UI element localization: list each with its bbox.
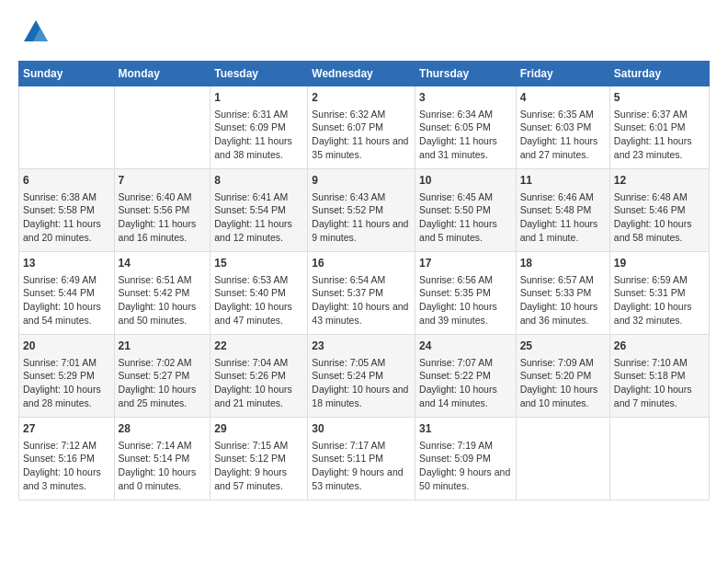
day-info: Sunrise: 7:01 AM Sunset: 5:29 PM Dayligh…: [23, 356, 110, 410]
day-info: Sunrise: 6:59 AM Sunset: 5:31 PM Dayligh…: [614, 273, 705, 327]
day-number: 5: [614, 90, 705, 106]
calendar-cell: 10Sunrise: 6:45 AM Sunset: 5:50 PM Dayli…: [415, 169, 517, 252]
day-number: 3: [419, 90, 512, 106]
day-info: Sunrise: 6:48 AM Sunset: 5:46 PM Dayligh…: [614, 190, 705, 245]
day-info: Sunrise: 7:09 AM Sunset: 5:20 PM Dayligh…: [520, 356, 606, 410]
day-info: Sunrise: 6:40 AM Sunset: 5:56 PM Dayligh…: [119, 190, 207, 245]
day-info: Sunrise: 6:57 AM Sunset: 5:33 PM Dayligh…: [520, 273, 606, 327]
day-number: 17: [419, 256, 512, 271]
day-number: 10: [419, 173, 512, 189]
day-info: Sunrise: 7:15 AM Sunset: 5:12 PM Dayligh…: [214, 439, 303, 493]
logo: [18, 18, 50, 46]
calendar-cell: [114, 86, 210, 169]
day-number: 6: [23, 173, 110, 189]
calendar-week-row: 27Sunrise: 7:12 AM Sunset: 5:16 PM Dayli…: [19, 418, 710, 500]
calendar-cell: 17Sunrise: 6:56 AM Sunset: 5:35 PM Dayli…: [415, 252, 517, 335]
calendar-cell: 4Sunrise: 6:35 AM Sunset: 6:03 PM Daylig…: [516, 86, 609, 169]
calendar-cell: 25Sunrise: 7:09 AM Sunset: 5:20 PM Dayli…: [516, 335, 609, 418]
day-info: Sunrise: 6:32 AM Sunset: 6:07 PM Dayligh…: [312, 108, 411, 162]
day-number: 13: [23, 256, 110, 271]
weekday-header-saturday: Saturday: [609, 62, 709, 86]
calendar-cell: 29Sunrise: 7:15 AM Sunset: 5:12 PM Dayli…: [210, 418, 308, 500]
calendar-week-row: 1Sunrise: 6:31 AM Sunset: 6:09 PM Daylig…: [19, 86, 710, 169]
day-number: 11: [520, 173, 606, 189]
day-number: 24: [419, 339, 512, 354]
day-info: Sunrise: 7:12 AM Sunset: 5:16 PM Dayligh…: [23, 439, 110, 493]
calendar-cell: 27Sunrise: 7:12 AM Sunset: 5:16 PM Dayli…: [19, 418, 115, 500]
day-info: Sunrise: 6:34 AM Sunset: 6:05 PM Dayligh…: [419, 108, 512, 162]
day-info: Sunrise: 6:38 AM Sunset: 5:58 PM Dayligh…: [23, 190, 110, 245]
calendar-cell: 26Sunrise: 7:10 AM Sunset: 5:18 PM Dayli…: [609, 335, 709, 418]
calendar-cell: 18Sunrise: 6:57 AM Sunset: 5:33 PM Dayli…: [516, 252, 609, 335]
day-info: Sunrise: 6:37 AM Sunset: 6:01 PM Dayligh…: [614, 108, 705, 162]
day-number: 31: [419, 421, 512, 437]
day-number: 23: [312, 339, 411, 354]
day-number: 15: [214, 256, 303, 271]
calendar-cell: 2Sunrise: 6:32 AM Sunset: 6:07 PM Daylig…: [308, 86, 415, 169]
day-info: Sunrise: 7:05 AM Sunset: 5:24 PM Dayligh…: [312, 356, 411, 410]
calendar-cell: 28Sunrise: 7:14 AM Sunset: 5:14 PM Dayli…: [114, 418, 210, 500]
weekday-header-wednesday: Wednesday: [308, 62, 415, 86]
day-number: 30: [312, 421, 411, 437]
day-info: Sunrise: 6:49 AM Sunset: 5:44 PM Dayligh…: [23, 273, 110, 327]
calendar-cell: 23Sunrise: 7:05 AM Sunset: 5:24 PM Dayli…: [308, 335, 415, 418]
calendar-cell: 5Sunrise: 6:37 AM Sunset: 6:01 PM Daylig…: [609, 86, 709, 169]
day-info: Sunrise: 6:45 AM Sunset: 5:50 PM Dayligh…: [419, 190, 512, 245]
day-number: 25: [520, 339, 606, 354]
day-number: 12: [614, 173, 705, 189]
day-number: 7: [119, 173, 207, 189]
weekday-header-row: SundayMondayTuesdayWednesdayThursdayFrid…: [19, 62, 710, 86]
calendar-cell: 6Sunrise: 6:38 AM Sunset: 5:58 PM Daylig…: [19, 169, 115, 252]
day-number: 26: [614, 339, 705, 354]
calendar-cell: 30Sunrise: 7:17 AM Sunset: 5:11 PM Dayli…: [308, 418, 415, 500]
calendar-cell: [19, 86, 115, 169]
day-number: 21: [119, 339, 207, 354]
day-number: 27: [23, 421, 110, 437]
weekday-header-friday: Friday: [516, 62, 609, 86]
weekday-header-thursday: Thursday: [415, 62, 517, 86]
day-info: Sunrise: 7:10 AM Sunset: 5:18 PM Dayligh…: [614, 356, 705, 410]
calendar-body: 1Sunrise: 6:31 AM Sunset: 6:09 PM Daylig…: [19, 86, 710, 500]
day-info: Sunrise: 7:17 AM Sunset: 5:11 PM Dayligh…: [312, 439, 411, 493]
calendar-cell: 15Sunrise: 6:53 AM Sunset: 5:40 PM Dayli…: [210, 252, 308, 335]
calendar-week-row: 20Sunrise: 7:01 AM Sunset: 5:29 PM Dayli…: [19, 335, 710, 418]
day-number: 8: [214, 173, 303, 189]
weekday-header-monday: Monday: [114, 62, 210, 86]
day-number: 19: [614, 256, 705, 271]
day-info: Sunrise: 7:04 AM Sunset: 5:26 PM Dayligh…: [214, 356, 303, 410]
day-info: Sunrise: 6:41 AM Sunset: 5:54 PM Dayligh…: [214, 190, 303, 245]
day-info: Sunrise: 6:56 AM Sunset: 5:35 PM Dayligh…: [419, 273, 512, 327]
calendar-cell: 31Sunrise: 7:19 AM Sunset: 5:09 PM Dayli…: [415, 418, 517, 500]
calendar-cell: [516, 418, 609, 500]
calendar-cell: 3Sunrise: 6:34 AM Sunset: 6:05 PM Daylig…: [415, 86, 517, 169]
day-number: 4: [520, 90, 606, 106]
calendar-cell: 14Sunrise: 6:51 AM Sunset: 5:42 PM Dayli…: [114, 252, 210, 335]
calendar-cell: 16Sunrise: 6:54 AM Sunset: 5:37 PM Dayli…: [308, 252, 415, 335]
page-header: [18, 18, 710, 46]
day-number: 29: [214, 421, 303, 437]
calendar-cell: 20Sunrise: 7:01 AM Sunset: 5:29 PM Dayli…: [19, 335, 115, 418]
day-number: 28: [119, 421, 207, 437]
calendar-cell: 24Sunrise: 7:07 AM Sunset: 5:22 PM Dayli…: [415, 335, 517, 418]
day-info: Sunrise: 7:14 AM Sunset: 5:14 PM Dayligh…: [119, 439, 207, 493]
calendar-cell: 13Sunrise: 6:49 AM Sunset: 5:44 PM Dayli…: [19, 252, 115, 335]
day-info: Sunrise: 6:43 AM Sunset: 5:52 PM Dayligh…: [312, 190, 411, 245]
calendar-week-row: 6Sunrise: 6:38 AM Sunset: 5:58 PM Daylig…: [19, 169, 710, 252]
calendar-cell: [609, 418, 709, 500]
day-info: Sunrise: 7:19 AM Sunset: 5:09 PM Dayligh…: [419, 439, 512, 493]
day-number: 2: [312, 90, 411, 106]
calendar-week-row: 13Sunrise: 6:49 AM Sunset: 5:44 PM Dayli…: [19, 252, 710, 335]
calendar-cell: 1Sunrise: 6:31 AM Sunset: 6:09 PM Daylig…: [210, 86, 308, 169]
day-info: Sunrise: 6:54 AM Sunset: 5:37 PM Dayligh…: [312, 273, 411, 327]
calendar-cell: 22Sunrise: 7:04 AM Sunset: 5:26 PM Dayli…: [210, 335, 308, 418]
day-number: 18: [520, 256, 606, 271]
logo-icon: [22, 18, 50, 46]
day-number: 14: [119, 256, 207, 271]
calendar-cell: 19Sunrise: 6:59 AM Sunset: 5:31 PM Dayli…: [609, 252, 709, 335]
day-info: Sunrise: 6:46 AM Sunset: 5:48 PM Dayligh…: [520, 190, 606, 245]
day-info: Sunrise: 6:51 AM Sunset: 5:42 PM Dayligh…: [119, 273, 207, 327]
calendar-header: SundayMondayTuesdayWednesdayThursdayFrid…: [19, 62, 710, 86]
day-number: 22: [214, 339, 303, 354]
calendar-cell: 11Sunrise: 6:46 AM Sunset: 5:48 PM Dayli…: [516, 169, 609, 252]
calendar-cell: 21Sunrise: 7:02 AM Sunset: 5:27 PM Dayli…: [114, 335, 210, 418]
